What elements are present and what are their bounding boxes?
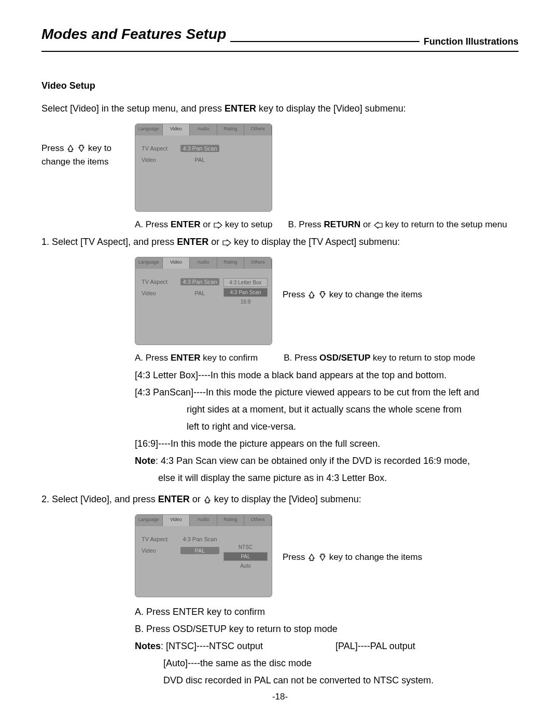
ab-row-2: A. Press ENTER key to confirmB. Press OS…: [135, 353, 519, 363]
osd-tab: Audio: [190, 124, 217, 135]
end-b: B. Press OSD/SETUP key to return to stop…: [135, 622, 519, 636]
up-arrow-icon: [66, 144, 75, 153]
ab-row-1: A. Press ENTER or key to setupB. Press R…: [135, 219, 519, 230]
end-a: A. Press ENTER key to confirm: [135, 605, 519, 619]
step-2: 2. Select [Video], and press ENTER or ke…: [41, 492, 519, 506]
osd-block-2: Language Video Audio Rating Others TV As…: [135, 257, 519, 345]
notes-dvd: DVD disc recorded in PAL can not be conv…: [163, 674, 519, 688]
down-arrow-icon: [318, 553, 327, 561]
osd-screenshot-1: Language Video Audio Rating Others TV As…: [135, 123, 272, 212]
right-caption-2: Press key to change the items: [283, 257, 422, 301]
desc-letterbox: [4:3 Letter Box]----In this mode a black…: [135, 368, 519, 382]
svg-marker-0: [68, 145, 73, 152]
note-line-2: else it will display the same picture as…: [158, 471, 519, 485]
osd-screenshot-2: Language Video Audio Rating Others TV As…: [135, 257, 272, 345]
svg-marker-2: [214, 222, 222, 228]
svg-marker-4: [223, 240, 231, 246]
up-arrow-icon: [307, 553, 316, 561]
osd-block-3: Language Video Audio Rating Others TV As…: [135, 514, 519, 597]
right-arrow-icon: [213, 222, 222, 229]
right-arrow-icon: [222, 239, 231, 246]
svg-marker-6: [320, 292, 325, 298]
page-subtitle: Function Illustrations: [424, 36, 519, 47]
down-arrow-icon: [77, 144, 86, 153]
section-title: Video Setup: [41, 80, 519, 91]
up-arrow-icon: [307, 291, 316, 299]
osd-tab: Others: [244, 124, 272, 135]
osd-tab: Rating: [217, 124, 245, 135]
osd-tab: Language: [135, 124, 163, 135]
up-arrow-icon: [203, 496, 212, 504]
page-header: Modes and Features Setup Function Illust…: [41, 26, 519, 43]
svg-marker-1: [79, 145, 84, 152]
osd-screenshot-3: Language Video Audio Rating Others TV As…: [135, 514, 272, 597]
svg-marker-5: [309, 292, 314, 298]
svg-marker-3: [374, 222, 382, 228]
desc-panscan-3: left to right and vice-versa.: [187, 420, 519, 434]
svg-marker-7: [205, 497, 210, 503]
osd-tab: Video: [163, 124, 190, 135]
notes-auto: [Auto]----the same as the disc mode: [163, 656, 519, 670]
desc-panscan-1: [4:3 PanScan]----In this mode the pictur…: [135, 386, 519, 400]
step-1: 1. Select [TV Aspect], and press ENTER o…: [41, 235, 519, 249]
page-number: -18-: [0, 692, 560, 702]
desc-panscan-2: right sides at a moment, but it actually…: [187, 403, 519, 417]
left-caption-1: Press key to change the items: [41, 123, 124, 168]
intro-text: Select [Video] in the setup menu, and pr…: [41, 102, 519, 116]
desc-169: [16:9]----In this mode the picture appea…: [135, 437, 519, 451]
notes-row: Notes: [NTSC]----NTSC output[PAL]----PAL…: [135, 639, 519, 653]
left-arrow-icon: [373, 222, 383, 229]
svg-marker-9: [320, 554, 325, 560]
down-arrow-icon: [318, 291, 327, 299]
page-title: Modes and Features Setup: [41, 26, 226, 43]
note-line-1: Note: 4:3 Pan Scan view can be obtained …: [135, 454, 519, 468]
osd-block-1: Press key to change the items Language V…: [41, 123, 519, 212]
svg-marker-8: [309, 554, 314, 560]
right-caption-3: Press key to change the items: [283, 514, 422, 564]
